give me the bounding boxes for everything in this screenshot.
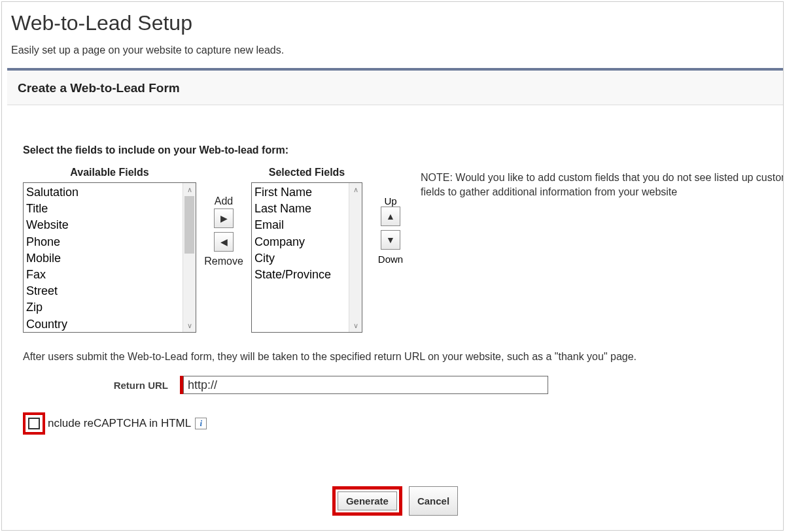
arrow-up-icon: ▲: [386, 211, 395, 222]
selected-listbox[interactable]: First Name Last Name Email Company City …: [251, 182, 362, 333]
arrow-down-icon: ▼: [386, 235, 395, 245]
list-item[interactable]: Last Name: [254, 201, 346, 217]
generate-button[interactable]: Generate: [338, 491, 397, 510]
move-up-button[interactable]: ▲: [381, 207, 400, 226]
move-down-button[interactable]: ▼: [381, 230, 400, 250]
recaptcha-highlight: [23, 412, 45, 435]
add-remove-controls: Add ▶ ◀ Remove: [196, 167, 251, 269]
list-item[interactable]: Phone: [26, 234, 180, 250]
down-label: Down: [378, 254, 403, 265]
available-listbox[interactable]: Salutation Title Website Phone Mobile Fa…: [23, 182, 196, 333]
add-button[interactable]: ▶: [214, 208, 234, 228]
page-container: Web-to-Lead Setup Easily set up a page o…: [1, 1, 784, 531]
panel-header: Create a Web-to-Lead Form: [7, 71, 783, 105]
list-item[interactable]: Title: [26, 201, 180, 217]
chevron-down-icon[interactable]: ∨: [349, 319, 362, 332]
info-icon[interactable]: i: [195, 418, 207, 429]
list-item[interactable]: Email: [254, 217, 346, 233]
arrow-right-icon: ▶: [220, 213, 228, 224]
generate-highlight: Generate: [332, 486, 402, 516]
scroll-thumb[interactable]: [184, 196, 194, 254]
recaptcha-label: nclude reCAPTCHA in HTML: [48, 417, 191, 430]
page-subtitle: Easily set up a page on your website to …: [11, 44, 783, 56]
available-column: Available Fields Salutation Title Websit…: [23, 167, 196, 333]
selected-header: Selected Fields: [269, 167, 345, 178]
list-item[interactable]: Salutation: [26, 184, 180, 201]
list-item[interactable]: Fax: [26, 267, 180, 283]
custom-fields-note: NOTE: Would you like to add custom field…: [421, 171, 784, 199]
return-url-explain: After users submit the Web-to-Lead form,…: [23, 351, 783, 363]
list-item[interactable]: State/Province: [254, 267, 346, 283]
list-item[interactable]: City: [254, 250, 346, 267]
up-label: Up: [384, 195, 396, 207]
available-items: Salutation Title Website Phone Mobile Fa…: [24, 183, 183, 332]
add-label: Add: [215, 195, 233, 207]
reorder-controls: Up ▲ ▼ Down: [368, 167, 413, 265]
recaptcha-row: nclude reCAPTCHA in HTML i: [23, 412, 783, 435]
list-item[interactable]: Zip: [26, 299, 180, 316]
return-url-label: Return URL: [23, 380, 180, 391]
arrow-left-icon: ◀: [220, 237, 228, 247]
remove-button[interactable]: ◀: [214, 232, 234, 252]
form-panel: Create a Web-to-Lead Form Select the fie…: [7, 68, 783, 524]
selected-column: Selected Fields First Name Last Name Ema…: [251, 167, 362, 333]
panel-body: Select the fields to include on your Web…: [7, 105, 783, 524]
list-item[interactable]: Country: [26, 316, 180, 333]
return-url-input[interactable]: [183, 376, 548, 394]
selected-items: First Name Last Name Email Company City …: [252, 183, 349, 332]
available-scrollbar[interactable]: ∧ ∨: [183, 183, 196, 332]
list-item[interactable]: First Name: [254, 184, 346, 201]
list-item[interactable]: Street: [26, 283, 180, 299]
available-header: Available Fields: [70, 167, 148, 178]
return-url-row: Return URL: [23, 376, 783, 394]
action-row: Generate Cancel: [7, 486, 783, 516]
selected-scrollbar[interactable]: ∧ ∨: [349, 183, 362, 332]
recaptcha-checkbox[interactable]: [28, 418, 40, 429]
chevron-down-icon[interactable]: ∨: [183, 319, 196, 332]
chevron-up-icon[interactable]: ∧: [183, 183, 196, 196]
remove-label: Remove: [204, 256, 243, 267]
list-item[interactable]: Website: [26, 217, 180, 233]
list-item[interactable]: Company: [254, 234, 346, 250]
cancel-button[interactable]: Cancel: [409, 486, 458, 516]
list-item[interactable]: Mobile: [26, 250, 180, 267]
chevron-up-icon[interactable]: ∧: [349, 183, 362, 196]
page-title: Web-to-Lead Setup: [11, 11, 783, 35]
select-fields-label: Select the fields to include on your Web…: [23, 144, 783, 156]
